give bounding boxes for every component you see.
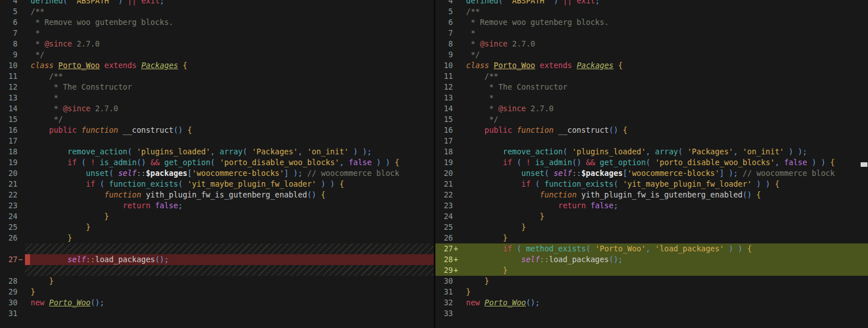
code-line[interactable]: 6 * Remove woo gutenberg blocks. <box>435 17 868 28</box>
code-line[interactable]: 9 */ <box>435 49 868 60</box>
code-line[interactable]: 8 * @since 2.7.0 <box>0 39 434 49</box>
line-number-gutter[interactable]: 16 <box>0 125 25 136</box>
code-line[interactable]: 21 if ( function_exists( 'yit_maybe_plug… <box>0 179 434 190</box>
line-number-gutter[interactable]: 15 <box>0 114 25 125</box>
code-line[interactable]: 16 public function __construct() { <box>435 125 868 136</box>
code-line[interactable]: 12 * The Constructor <box>435 82 868 92</box>
line-number-gutter[interactable]: 18 <box>0 146 25 157</box>
line-number-gutter[interactable]: 30 <box>0 297 25 308</box>
line-number-gutter[interactable]: 14 <box>435 103 460 114</box>
line-number-gutter[interactable]: 7 <box>435 28 460 39</box>
code-line[interactable]: 19 if ( ! is_admin() && get_option( 'por… <box>435 157 868 168</box>
line-number-gutter[interactable]: 4 <box>0 0 25 6</box>
line-number-gutter[interactable]: 32 <box>435 297 460 308</box>
code-line[interactable]: 31 <box>0 308 434 319</box>
line-number-gutter[interactable]: 22 <box>435 190 460 200</box>
code-line[interactable]: 17 <box>0 136 434 146</box>
code-line[interactable]: 9 */ <box>0 49 434 60</box>
code-line[interactable]: 5/** <box>0 6 434 17</box>
code-line[interactable]: 7 * <box>0 28 434 39</box>
code-line[interactable]: 15 */ <box>0 114 434 125</box>
code-line[interactable]: 17 <box>435 136 868 146</box>
line-number-gutter[interactable]: 8 <box>435 39 460 49</box>
code-line[interactable]: 7 * <box>435 28 868 39</box>
line-number-gutter[interactable]: 12 <box>435 82 460 92</box>
code-line[interactable]: 27+ if ( method_exists( 'Porto_Woo', 'lo… <box>435 243 868 254</box>
line-number-gutter[interactable]: 4 <box>435 0 460 6</box>
code-line[interactable]: 26 } <box>435 233 868 243</box>
line-number-gutter[interactable]: 15 <box>435 114 460 125</box>
line-number-gutter[interactable]: 21 <box>435 179 460 190</box>
line-number-gutter[interactable]: 13 <box>0 92 25 103</box>
line-number-gutter[interactable]: 17 <box>435 136 460 146</box>
code-line[interactable]: 24 } <box>0 211 434 222</box>
code-line[interactable]: 8 * @since 2.7.0 <box>435 39 868 49</box>
line-number-gutter[interactable]: 28+ <box>435 254 460 265</box>
code-line[interactable]: 19 if ( ! is_admin() && get_option( 'por… <box>0 157 434 168</box>
line-number-gutter[interactable]: 31 <box>435 287 460 297</box>
code-line[interactable]: 15 */ <box>435 114 868 125</box>
line-number-gutter[interactable]: 22 <box>0 190 25 200</box>
code-line[interactable]: 13 * <box>435 92 868 103</box>
line-number-gutter[interactable]: 10 <box>0 60 25 71</box>
code-line[interactable]: 14 * @since 2.7.0 <box>435 103 868 114</box>
line-number-gutter[interactable]: 23 <box>435 200 460 211</box>
line-number-gutter[interactable] <box>0 265 25 276</box>
code-line[interactable]: 10class Porto_Woo extends Packages { <box>0 60 434 71</box>
code-line[interactable]: 22 function yith_plugin_fw_is_gutenberg_… <box>435 190 868 200</box>
line-number-gutter[interactable]: 5 <box>0 6 25 17</box>
line-number-gutter[interactable]: 5 <box>435 6 460 17</box>
code-line[interactable]: 20 unset( self::$packages['woocommerce-b… <box>435 168 868 179</box>
code-line[interactable]: 28+ self::load_packages(); <box>435 254 868 265</box>
code-line[interactable]: 23 return false; <box>0 200 434 211</box>
original-code-pane[interactable]: 4defined( 'ABSPATH' ) || exit;5/**6 * Re… <box>0 0 434 328</box>
code-line[interactable]: 30 } <box>435 276 868 287</box>
line-number-gutter[interactable]: 6 <box>435 17 460 28</box>
code-line[interactable]: 18 remove_action( 'plugins_loaded', arra… <box>435 146 868 157</box>
code-line[interactable]: 10class Porto_Woo extends Packages { <box>435 60 868 71</box>
code-line[interactable]: 13 * <box>0 92 434 103</box>
line-number-gutter[interactable]: 17 <box>0 136 25 146</box>
code-line[interactable]: 6 * Remove woo gutenberg blocks. <box>0 17 434 28</box>
line-number-gutter[interactable]: 14 <box>0 103 25 114</box>
line-number-gutter[interactable]: 18 <box>435 146 460 157</box>
code-line[interactable]: 4defined( 'ABSPATH' ) || exit; <box>435 0 868 6</box>
code-line[interactable]: 21 if ( function_exists( 'yit_maybe_plug… <box>435 179 868 190</box>
code-line[interactable]: 14 * @since 2.7.0 <box>0 103 434 114</box>
line-number-gutter[interactable]: 26 <box>435 233 460 243</box>
code-line[interactable]: 25 } <box>435 222 868 233</box>
line-number-gutter[interactable]: 29+ <box>435 265 460 276</box>
code-line[interactable]: 33 <box>435 308 868 319</box>
code-line[interactable]: 30new Porto_Woo(); <box>0 297 434 308</box>
line-number-gutter[interactable]: 31 <box>0 308 25 319</box>
code-line[interactable]: 31} <box>435 287 868 297</box>
modified-code-pane[interactable]: 4defined( 'ABSPATH' ) || exit;5/**6 * Re… <box>435 0 868 328</box>
line-number-gutter[interactable]: 20 <box>435 168 460 179</box>
line-number-gutter[interactable]: 6 <box>0 17 25 28</box>
line-number-gutter[interactable]: 29 <box>0 287 25 297</box>
code-line[interactable]: 22 function yith_plugin_fw_is_gutenberg_… <box>0 190 434 200</box>
line-number-gutter[interactable]: 7 <box>0 28 25 39</box>
code-line[interactable]: 5/** <box>435 6 868 17</box>
code-line[interactable]: 29} <box>0 287 434 297</box>
line-number-gutter[interactable]: 20 <box>0 168 25 179</box>
line-number-gutter[interactable]: 21 <box>0 179 25 190</box>
line-number-gutter[interactable]: 25 <box>0 222 25 233</box>
code-line[interactable]: 25 } <box>0 222 434 233</box>
code-line[interactable]: 28 } <box>0 276 434 287</box>
line-number-gutter[interactable]: 12 <box>0 82 25 92</box>
code-line[interactable]: 20 unset( self::$packages['woocommerce-b… <box>0 168 434 179</box>
code-line[interactable]: 11 /** <box>0 71 434 82</box>
line-number-gutter[interactable]: 28 <box>0 276 25 287</box>
code-line[interactable]: 16 public function __construct() { <box>0 125 434 136</box>
line-number-gutter[interactable]: 24 <box>435 211 460 222</box>
line-number-gutter[interactable]: 11 <box>435 71 460 82</box>
line-number-gutter[interactable]: 8 <box>0 39 25 49</box>
diff-filler-line[interactable] <box>0 243 434 254</box>
line-number-gutter[interactable]: 10 <box>435 60 460 71</box>
line-number-gutter[interactable]: 9 <box>0 49 25 60</box>
code-line[interactable]: 24 } <box>435 211 868 222</box>
code-line[interactable]: 23 return false; <box>435 200 868 211</box>
line-number-gutter[interactable]: 23 <box>0 200 25 211</box>
line-number-gutter[interactable]: 9 <box>435 49 460 60</box>
